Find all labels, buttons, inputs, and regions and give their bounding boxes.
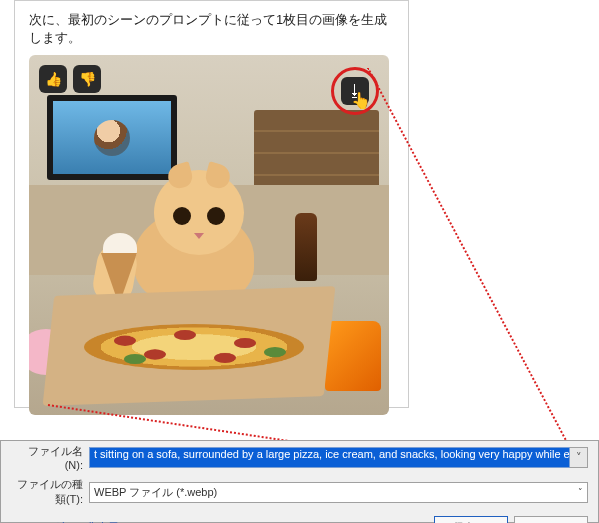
cancel-button[interactable]: キャンセル [514,516,588,523]
tv-illustration [47,95,177,180]
filetype-value: WEBP ファイル (*.webp) [94,485,217,500]
hide-folders-label: フォルダーの非表示 [20,520,119,524]
filetype-select[interactable]: WEBP ファイル (*.webp) ˅ [89,482,588,503]
thumbs-down-icon: 👎 [79,71,96,87]
filename-input[interactable]: t sitting on a sofa, surrounded by a lar… [89,447,570,468]
cancel-button-label: キャンセル [524,520,579,524]
thumbs-up-button[interactable]: 👍 [39,65,67,93]
save-button[interactable]: 保存(S) [434,516,508,523]
save-button-label: 保存(S) [453,520,490,524]
cat-illustration [119,170,269,300]
soda-illustration [295,213,317,281]
thumbs-up-icon: 👍 [45,71,62,87]
filetype-label: ファイルの種類(T): [11,477,89,507]
instruction-text: 次に、最初のシーンのプロンプトに従って1枚目の画像を生成します。 [29,11,394,47]
chat-message-panel: 次に、最初のシーンのプロンプトに従って1枚目の画像を生成します。 [14,0,409,408]
snack-bag-illustration [325,321,381,391]
shelf-illustration [254,110,379,195]
hide-folders-link[interactable]: ˄ フォルダーの非表示 [11,520,119,524]
filename-label: ファイル名(N): [11,444,89,471]
filename-value: t sitting on a sofa, surrounded by a lar… [94,448,570,460]
download-button[interactable]: ⭳ [341,77,369,105]
save-file-dialog: ファイル名(N): t sitting on a sofa, surrounde… [0,440,599,523]
download-icon: ⭳ [347,82,363,100]
filename-dropdown-button[interactable]: ˅ [570,447,588,468]
thumbs-down-button[interactable]: 👎 [73,65,101,93]
feedback-buttons: 👍 👎 [39,65,101,93]
chevron-down-icon: ˅ [578,487,583,497]
generated-image: 👍 👎 ⭳ 👆 [29,55,389,415]
pizza-illustration [84,324,304,370]
